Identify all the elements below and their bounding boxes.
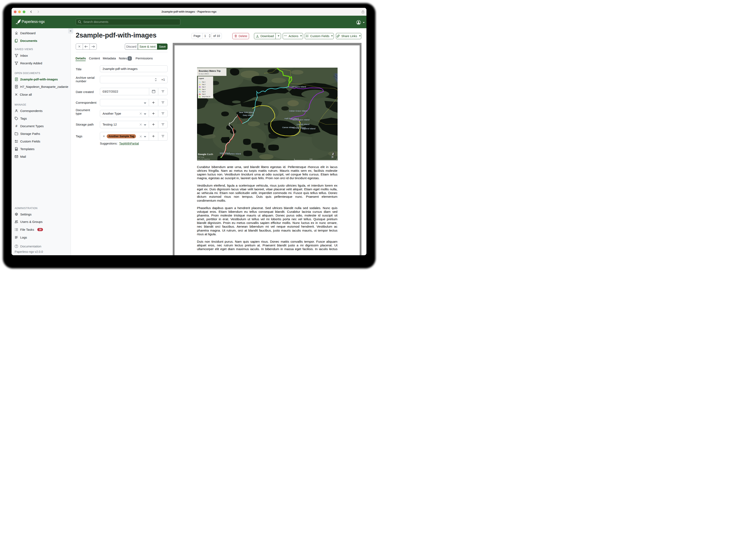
svg-text:Image © 2017 DigitalGlobe: Image © 2017 DigitalGlobe — [197, 159, 210, 160]
svg-text:Legend: Legend — [199, 78, 204, 79]
svg-text:© 2017 Google: © 2017 Google — [197, 157, 204, 158]
svg-text:Day 5: Day 5 — [202, 91, 206, 93]
svg-text:Day 6: Day 6 — [202, 93, 206, 95]
svg-text:Washington Island: Washington Island — [292, 118, 309, 121]
svg-text:N: N — [331, 155, 334, 159]
svg-text:Boundary Waters Trip: Boundary Waters Trip — [199, 70, 221, 72]
svg-text:Hausons Island: Hausons Island — [292, 86, 306, 88]
svg-text:Text: Text — [264, 123, 269, 126]
svg-text:Day 4: Day 4 — [202, 89, 206, 90]
svg-text:Lincoln Island: Lincoln Island — [297, 123, 309, 125]
svg-text:Day 2: Day 2 — [202, 84, 206, 85]
svg-text:Indian Grave Island: Indian Grave Island — [289, 110, 307, 112]
svg-text:Gary Island: Gary Island — [243, 114, 253, 116]
svg-text:Entry Point 24: Entry Point 24 — [202, 96, 210, 97]
svg-text:Charlies Island: Charlies Island — [227, 153, 241, 155]
svg-text:Squirrel Island: Squirrel Island — [302, 127, 315, 130]
svg-text:Day 3: Day 3 — [202, 86, 206, 88]
svg-text:New York Island: New York Island — [239, 111, 254, 113]
svg-text:Day 1: Day 1 — [202, 81, 206, 83]
svg-text:Six days in BWCA: Six days in BWCA — [199, 73, 209, 74]
svg-text:3 mi: 3 mi — [309, 158, 312, 160]
svg-text:Google Earth: Google Earth — [198, 153, 213, 156]
